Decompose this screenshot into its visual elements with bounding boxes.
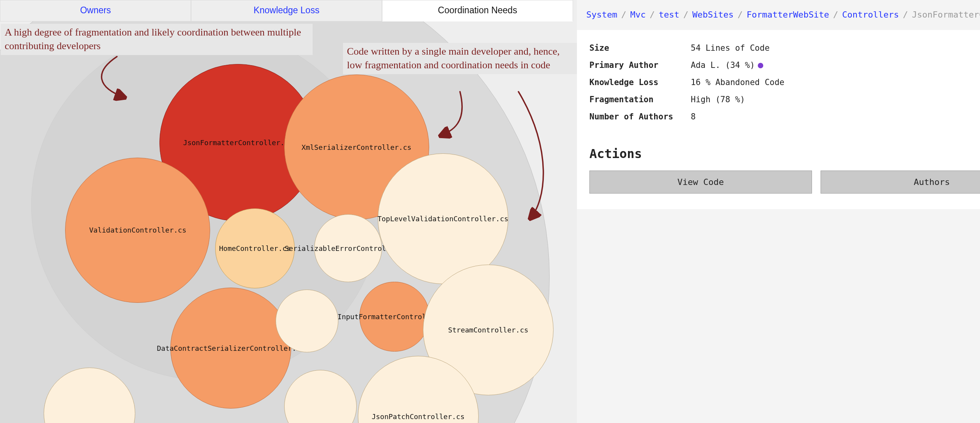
meta-size-label: Size	[589, 43, 691, 53]
actions-heading: Actions	[577, 135, 980, 164]
breadcrumb-separator: /	[829, 10, 842, 20]
meta-frag-value: High (78 %)	[691, 95, 980, 104]
view-code-button[interactable]: View Code	[589, 171, 812, 194]
meta-size: Size 54 Lines of Code	[589, 39, 980, 57]
bubble-DataContractSerializerController.cs[interactable]: DataContractSerializerController.cs	[170, 288, 291, 409]
meta-authors-value: 8	[691, 112, 980, 121]
breadcrumb-item[interactable]: Controllers	[842, 10, 899, 20]
bubble-label: StreamController.cs	[448, 326, 528, 334]
meta-primary-author: Primary Author Ada L. (34 %)	[589, 57, 980, 74]
breadcrumb-separator: /	[617, 10, 630, 20]
breadcrumb: System/Mvc/test/WebSites/FormatterWebSit…	[577, 0, 980, 30]
left-pane: Owners Knowledge Loss Coordination Needs…	[0, 0, 577, 423]
meta-authors-label: Number of Authors	[589, 112, 691, 121]
details-pane: System/Mvc/test/WebSites/FormatterWebSit…	[577, 0, 980, 423]
breadcrumb-separator: /	[646, 10, 658, 20]
actions-row: View Code Authors	[577, 164, 980, 209]
bubble-label: JsonPatchController.cs	[371, 412, 464, 421]
breadcrumb-item[interactable]: WebSites	[692, 10, 734, 20]
tabs-row: Owners Knowledge Loss Coordination Needs	[0, 0, 577, 21]
meta-size-value: 54 Lines of Code	[691, 43, 980, 53]
metadata-list: Size 54 Lines of Code Primary Author Ada…	[577, 30, 980, 135]
visualization-canvas[interactable]: JsonFormatterController.csXmlSerializerC…	[0, 21, 577, 423]
meta-fragmentation: Fragmentation High (78 %)	[589, 91, 980, 108]
breadcrumb-item[interactable]: System	[586, 10, 617, 20]
bubble-label: DataContractSerializerController.cs	[157, 344, 304, 352]
meta-author-label: Primary Author	[589, 60, 691, 70]
breadcrumb-item[interactable]: test	[659, 10, 679, 20]
meta-kl-value: 16 % Abandoned Code	[691, 78, 980, 87]
breadcrumb-item[interactable]: Mvc	[630, 10, 646, 20]
meta-knowledge-loss: Knowledge Loss 16 % Abandoned Code	[589, 74, 980, 91]
breadcrumb-separator: /	[734, 10, 746, 20]
meta-kl-label: Knowledge Loss	[589, 78, 691, 87]
meta-frag-label: Fragmentation	[589, 95, 691, 104]
breadcrumb-item: JsonFormatterController.cs	[912, 10, 980, 20]
breadcrumb-item[interactable]: FormatterWebSite	[746, 10, 829, 20]
meta-num-authors: Number of Authors 8	[589, 108, 980, 125]
bubble-anon[interactable]	[276, 290, 338, 352]
author-color-dot	[758, 63, 763, 68]
arrow-to-high-bubble	[0, 21, 577, 295]
authors-button[interactable]: Authors	[821, 171, 980, 194]
tab-knowledge-loss[interactable]: Knowledge Loss	[191, 0, 382, 21]
breadcrumb-separator: /	[899, 10, 912, 20]
tab-owners[interactable]: Owners	[0, 0, 191, 21]
breadcrumb-separator: /	[679, 10, 692, 20]
tab-coordination-needs[interactable]: Coordination Needs	[382, 0, 573, 21]
meta-author-value: Ada L. (34 %)	[691, 60, 980, 70]
